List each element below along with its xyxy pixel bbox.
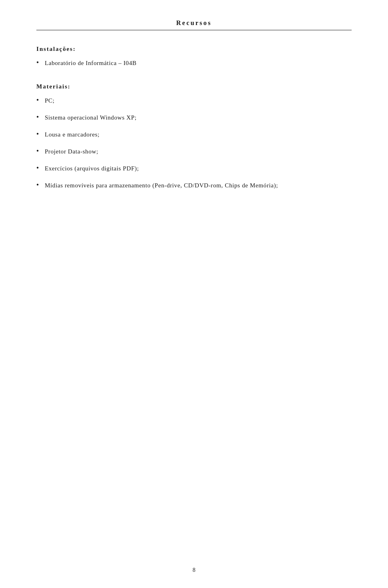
list-item: ● Lousa e marcadores; [36, 130, 352, 139]
list-item-text: PC; [45, 96, 352, 105]
materiais-heading: Materiais: [36, 83, 352, 90]
bullet-icon: ● [36, 147, 39, 154]
bullet-icon: ● [36, 164, 39, 171]
list-item: ● Mídias removíveis para armazenamento (… [36, 181, 352, 190]
bullet-icon: ● [36, 130, 39, 137]
bullet-icon: ● [36, 113, 39, 120]
page-title: Recursos [36, 19, 352, 30]
list-item: ● Laboratório de Informática – I04B [36, 58, 352, 68]
list-item-text: Laboratório de Informática – I04B [45, 58, 352, 68]
materiais-section: Materiais: ● PC; ● Sistema operacional W… [36, 83, 352, 190]
list-item-text: Projetor Data-show; [45, 147, 352, 156]
instalacoes-section: Instalações: ● Laboratório de Informátic… [36, 46, 352, 68]
instalacoes-heading: Instalações: [36, 46, 352, 52]
page-number: 8 [193, 567, 196, 573]
list-item: ● Exercícios (arquivos digitais PDF); [36, 164, 352, 173]
bullet-icon: ● [36, 97, 39, 103]
page: Recursos Instalações: ● Laboratório de I… [0, 0, 388, 588]
materiais-list: ● PC; ● Sistema operacional Windows XP; … [36, 96, 352, 190]
list-item-text: Sistema operacional Windows XP; [45, 113, 352, 122]
list-item: ● Sistema operacional Windows XP; [36, 113, 352, 122]
list-item: ● PC; [36, 96, 352, 105]
list-item: ● Projetor Data-show; [36, 147, 352, 156]
list-item-text: Mídias removíveis para armazenamento (Pe… [45, 181, 352, 190]
list-item-text: Exercícios (arquivos digitais PDF); [45, 164, 352, 173]
list-item-text: Lousa e marcadores; [45, 130, 352, 139]
instalacoes-list: ● Laboratório de Informática – I04B [36, 58, 352, 68]
bullet-icon: ● [36, 59, 39, 65]
bullet-icon: ● [36, 181, 39, 188]
